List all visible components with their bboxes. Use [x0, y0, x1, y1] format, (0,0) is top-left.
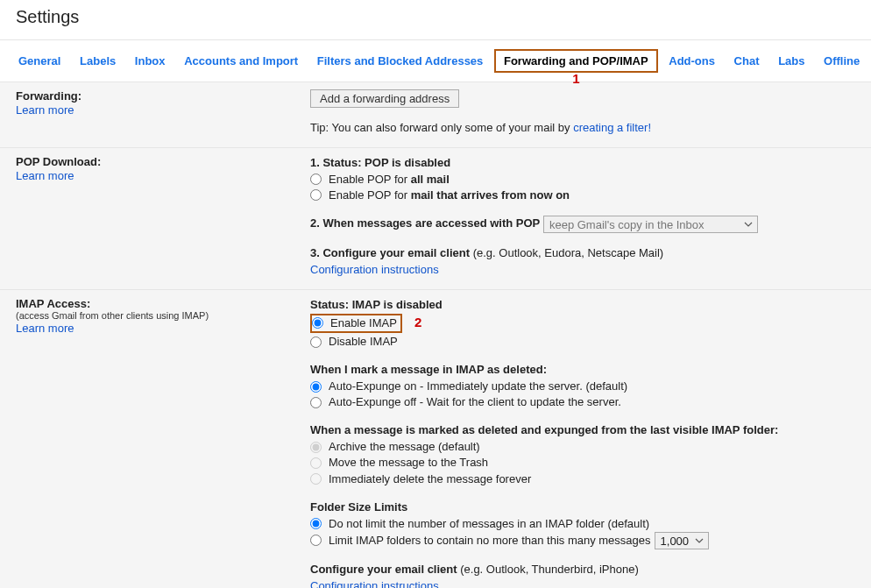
folder-limits-heading: Folder Size Limits: [310, 499, 855, 516]
folder-no-limit-label: Do not limit the number of messages in a…: [329, 516, 649, 532]
annotation-2: 2: [414, 313, 421, 332]
imap-disable-radio[interactable]: [310, 337, 322, 348]
imap-status-text: Status: IMAP is disabled: [310, 297, 855, 314]
auto-expunge-on-radio[interactable]: [310, 381, 322, 393]
annotation-1: 1: [572, 71, 579, 86]
forwarding-title: Forwarding:: [16, 89, 81, 103]
tab-addons[interactable]: Add-ons: [661, 51, 723, 71]
auto-expunge-on-label: Auto-Expunge on - Immediately update the…: [329, 379, 627, 394]
create-filter-link[interactable]: creating a filter!: [573, 121, 651, 134]
imap-enable-label: Enable IMAP: [330, 315, 397, 331]
settings-tabs: General Labels Inbox Accounts and Import…: [0, 40, 871, 82]
tab-chat[interactable]: Chat: [726, 51, 768, 71]
folder-limit-radio[interactable]: [310, 535, 322, 546]
pop-enable-all-label: Enable POP for all mail: [329, 172, 450, 188]
add-forwarding-address-button[interactable]: Add a forwarding address: [310, 89, 459, 108]
tab-general[interactable]: General: [11, 51, 68, 71]
pop-configure-heading: 3. Configure your email client (e.g. Out…: [310, 246, 663, 259]
tab-labs[interactable]: Labs: [770, 51, 812, 71]
forwarding-tip-text: Tip: You can also forward only some of y…: [310, 121, 573, 134]
tab-inbox[interactable]: Inbox: [127, 51, 173, 71]
page-title: Settings: [0, 0, 871, 40]
imap-title: IMAP Access:: [16, 297, 90, 310]
imap-enable-radio[interactable]: [312, 317, 323, 329]
imap-configure-heading: Configure your email client (e.g. Outloo…: [310, 563, 639, 576]
section-forwarding: Forwarding: Learn more Add a forwarding …: [0, 82, 871, 147]
imap-mark-deleted-heading: When I mark a message in IMAP as deleted…: [310, 362, 855, 379]
imap-learn-more-link[interactable]: Learn more: [16, 322, 310, 335]
pop-enable-all-radio[interactable]: [310, 174, 322, 185]
section-imap-access: IMAP Access: (access Gmail from other cl…: [0, 289, 871, 588]
imap-disable-label: Disable IMAP: [329, 334, 398, 350]
pop-status-text: 1. Status: POP is disabled: [310, 155, 855, 172]
imap-subtext: (access Gmail from other clients using I…: [16, 310, 310, 321]
pop-enable-now-radio[interactable]: [310, 189, 322, 201]
pop-access-heading: 2. When messages are accessed with POP: [310, 217, 540, 230]
auto-expunge-off-radio[interactable]: [310, 397, 322, 408]
expunge-trash-radio[interactable]: [310, 457, 322, 469]
expunge-delete-label: Immediately delete the message forever: [329, 471, 531, 487]
tab-accounts[interactable]: Accounts and Import: [176, 51, 306, 71]
expunge-archive-label: Archive the message (default): [329, 439, 480, 455]
pop-title: POP Download:: [16, 155, 101, 168]
section-pop-download: POP Download: Learn more 1. Status: POP …: [0, 147, 871, 289]
forwarding-learn-more-link[interactable]: Learn more: [16, 103, 310, 117]
tab-forwarding-label: Forwarding and POP/IMAP: [504, 54, 648, 67]
pop-config-instructions-link[interactable]: Configuration instructions: [310, 263, 439, 276]
folder-limit-label: Limit IMAP folders to contain no more th…: [329, 533, 651, 549]
expunge-delete-radio[interactable]: [310, 473, 322, 485]
expunge-archive-radio[interactable]: [310, 442, 322, 453]
folder-no-limit-radio[interactable]: [310, 518, 322, 529]
tab-offline[interactable]: Offline: [816, 51, 867, 71]
expunge-trash-label: Move the message to the Trash: [329, 455, 488, 471]
folder-limit-select[interactable]: 1,000: [655, 532, 709, 549]
tab-labels[interactable]: Labels: [72, 51, 124, 71]
imap-config-instructions-link[interactable]: Configuration instructions: [310, 579, 439, 588]
pop-enable-now-label: Enable POP for mail that arrives from no…: [329, 188, 570, 203]
auto-expunge-off-label: Auto-Expunge off - Wait for the client t…: [329, 394, 621, 410]
pop-access-select[interactable]: keep Gmail's copy in the Inbox: [543, 216, 758, 233]
pop-learn-more-link[interactable]: Learn more: [16, 169, 310, 182]
imap-when-expunged-heading: When a message is marked as deleted and …: [310, 422, 855, 439]
tab-filters[interactable]: Filters and Blocked Addresses: [309, 51, 492, 71]
tab-forwarding-pop-imap[interactable]: Forwarding and POP/IMAP 1: [494, 49, 658, 73]
